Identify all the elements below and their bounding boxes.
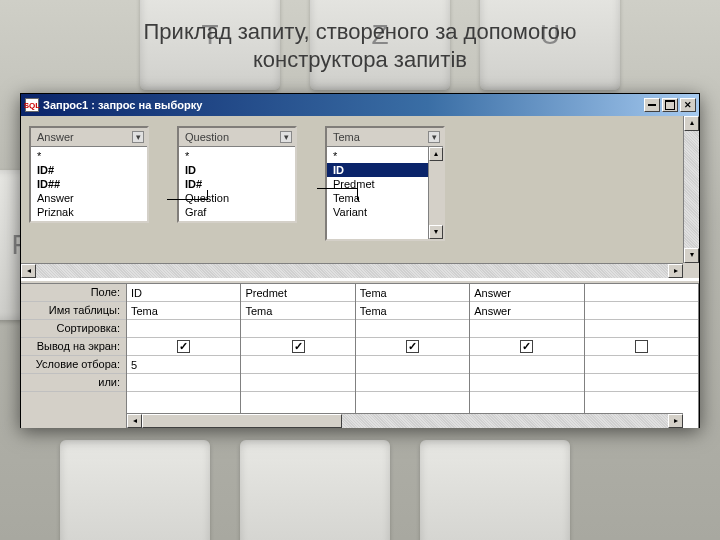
- grid-cell[interactable]: 5: [127, 356, 240, 374]
- checkbox[interactable]: ✓: [177, 340, 190, 353]
- scroll-left-icon[interactable]: ◂: [127, 414, 142, 428]
- grid-cell[interactable]: Tema: [127, 302, 240, 320]
- grid-cell[interactable]: [241, 320, 354, 338]
- table-header[interactable]: Tema ▾: [327, 128, 443, 147]
- field-item[interactable]: Question: [179, 191, 295, 205]
- checkbox[interactable]: [635, 340, 648, 353]
- row-label-field: Поле:: [21, 284, 126, 302]
- grid-cell[interactable]: [470, 374, 583, 392]
- table-tema[interactable]: Tema ▾ * ID Predmet Tema Variant ▴ ▾: [325, 126, 445, 241]
- field-item[interactable]: Answer: [31, 191, 147, 205]
- scroll-right-icon[interactable]: ▸: [668, 414, 683, 428]
- design-grid: Поле: Имя таблицы: Сортировка: Вывод на …: [21, 284, 699, 428]
- grid-cell[interactable]: [585, 320, 698, 338]
- grid-cell[interactable]: Tema: [356, 302, 469, 320]
- table-header[interactable]: Answer ▾: [31, 128, 147, 147]
- field-item[interactable]: Variant: [327, 205, 443, 219]
- grid-column: IDTema✓5: [127, 284, 241, 428]
- gear-icon[interactable]: ▾: [280, 131, 292, 143]
- grid-column: PredmetTema✓: [241, 284, 355, 428]
- grid-cell[interactable]: [241, 356, 354, 374]
- checkbox[interactable]: ✓: [406, 340, 419, 353]
- grid-cell[interactable]: [127, 320, 240, 338]
- grid-column: [585, 284, 699, 428]
- grid-cell[interactable]: [356, 320, 469, 338]
- join-line: [207, 190, 208, 200]
- grid-column: TemaTema✓: [356, 284, 470, 428]
- table-answer[interactable]: Answer ▾ * ID# ID## Answer Priznak: [29, 126, 149, 223]
- scroll-corner: [683, 263, 699, 278]
- grid-cell[interactable]: Predmet: [241, 284, 354, 302]
- scroll-down-icon[interactable]: ▾: [684, 248, 699, 263]
- grid-cell[interactable]: Tema: [356, 284, 469, 302]
- grid-cell[interactable]: [585, 356, 698, 374]
- scroll-right-icon[interactable]: ▸: [668, 264, 683, 278]
- row-label-or: или:: [21, 374, 126, 392]
- keyboard-key: [60, 440, 210, 540]
- scroll-up-icon[interactable]: ▴: [684, 116, 699, 131]
- field-item[interactable]: *: [327, 149, 443, 163]
- scrollbar-horizontal[interactable]: ◂ ▸: [21, 263, 683, 278]
- query-design-window: SQL Запрос1 : запрос на выборку Answer ▾…: [20, 93, 700, 428]
- table-header[interactable]: Question ▾: [179, 128, 295, 147]
- field-item[interactable]: ID: [179, 163, 295, 177]
- minimize-button[interactable]: [644, 98, 660, 112]
- scrollbar-horizontal[interactable]: ◂ ▸: [127, 413, 683, 428]
- field-item[interactable]: Graf: [179, 205, 295, 219]
- field-item[interactable]: *: [179, 149, 295, 163]
- keyboard-key: [420, 440, 570, 540]
- grid-cell[interactable]: Answer: [470, 284, 583, 302]
- row-label-table: Имя таблицы:: [21, 302, 126, 320]
- scroll-left-icon[interactable]: ◂: [21, 264, 36, 278]
- keyboard-key: [240, 440, 390, 540]
- grid-cell[interactable]: [470, 356, 583, 374]
- join-line[interactable]: [317, 188, 357, 189]
- grid-cell-show[interactable]: [585, 338, 698, 356]
- grid-cell[interactable]: ID: [127, 284, 240, 302]
- field-item-selected[interactable]: ID: [327, 163, 443, 177]
- checkbox[interactable]: ✓: [520, 340, 533, 353]
- field-item[interactable]: *: [31, 149, 147, 163]
- titlebar[interactable]: SQL Запрос1 : запрос на выборку: [21, 94, 699, 116]
- grid-column: AnswerAnswer✓: [470, 284, 584, 428]
- grid-cell-show[interactable]: ✓: [241, 338, 354, 356]
- grid-cell-show[interactable]: ✓: [127, 338, 240, 356]
- scrollbar-vertical[interactable]: ▴ ▾: [683, 116, 699, 263]
- grid-cell[interactable]: [127, 374, 240, 392]
- row-label-sort: Сортировка:: [21, 320, 126, 338]
- field-item[interactable]: Tema: [327, 191, 443, 205]
- grid-row-labels: Поле: Имя таблицы: Сортировка: Вывод на …: [21, 284, 127, 428]
- slide-title: Приклад запиту, створеного за допомогою …: [60, 18, 660, 73]
- scroll-down-icon[interactable]: ▾: [429, 225, 443, 239]
- grid-cell[interactable]: Tema: [241, 302, 354, 320]
- grid-cell[interactable]: [585, 284, 698, 302]
- grid-cell[interactable]: [585, 374, 698, 392]
- maximize-button[interactable]: [662, 98, 678, 112]
- query-icon: SQL: [25, 98, 39, 112]
- grid-cell[interactable]: Answer: [470, 302, 583, 320]
- scrollbar-vertical[interactable]: ▴ ▾: [428, 147, 443, 239]
- join-line[interactable]: [167, 199, 207, 200]
- join-line: [357, 188, 358, 200]
- field-item[interactable]: Priznak: [31, 205, 147, 219]
- grid-cell[interactable]: [356, 356, 469, 374]
- grid-cell[interactable]: [470, 320, 583, 338]
- field-item[interactable]: ID##: [31, 177, 147, 191]
- gear-icon[interactable]: ▾: [428, 131, 440, 143]
- row-label-show: Вывод на экран:: [21, 338, 126, 356]
- row-label-criteria: Условие отбора:: [21, 356, 126, 374]
- grid-cell[interactable]: [356, 374, 469, 392]
- close-button[interactable]: [680, 98, 696, 112]
- table-question[interactable]: Question ▾ * ID ID# Question Graf: [177, 126, 297, 223]
- gear-icon[interactable]: ▾: [132, 131, 144, 143]
- scroll-up-icon[interactable]: ▴: [429, 147, 443, 161]
- grid-cell-show[interactable]: ✓: [470, 338, 583, 356]
- field-item[interactable]: ID#: [31, 163, 147, 177]
- grid-cell[interactable]: [241, 374, 354, 392]
- grid-cell-show[interactable]: ✓: [356, 338, 469, 356]
- checkbox[interactable]: ✓: [292, 340, 305, 353]
- scroll-thumb[interactable]: [142, 414, 342, 428]
- grid-cell[interactable]: [585, 302, 698, 320]
- field-item[interactable]: ID#: [179, 177, 295, 191]
- table-diagram-pane[interactable]: Answer ▾ * ID# ID## Answer Priznak Quest…: [21, 116, 699, 280]
